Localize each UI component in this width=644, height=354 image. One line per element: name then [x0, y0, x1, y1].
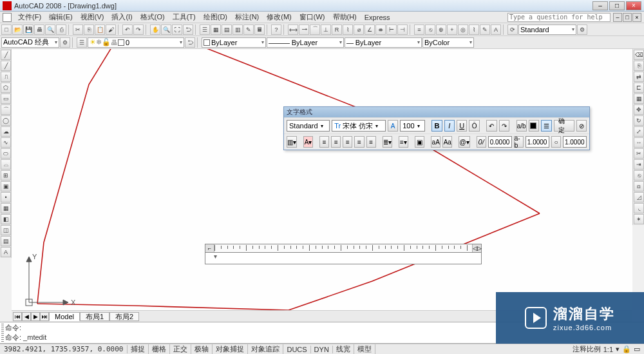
lowercase-icon[interactable]: Aa	[442, 136, 452, 148]
matchprop-icon[interactable]: 🖌	[106, 25, 116, 35]
copy2-icon[interactable]: ⎘	[634, 61, 644, 71]
dc-icon[interactable]: ▦	[211, 25, 221, 35]
markup-icon[interactable]: ✎	[243, 25, 254, 35]
cut-icon[interactable]: ✂	[73, 25, 83, 35]
menu-view[interactable]: 视图(V)	[77, 12, 108, 22]
point-icon[interactable]: •	[1, 192, 11, 202]
otrack-toggle[interactable]: 对象追踪	[248, 344, 283, 354]
block-icon[interactable]: ▣	[1, 181, 11, 192]
dim-ord-icon[interactable]: ⊥	[321, 25, 331, 35]
calc-icon[interactable]: 🖩	[254, 25, 265, 35]
dimstyle-combo[interactable]: Standard▾	[518, 25, 576, 35]
join-icon[interactable]: ⧈	[634, 181, 644, 192]
menu-tools[interactable]: 工具(T)	[169, 12, 200, 22]
linespacing-icon[interactable]: ≣▾	[383, 136, 392, 148]
color-combo[interactable]: ByLayer▾	[202, 37, 266, 48]
text-height-combo[interactable]: 100▾	[400, 120, 425, 132]
gradient-icon[interactable]: ◧	[1, 214, 11, 224]
ruler-toggle-icon[interactable]: ☰	[541, 120, 551, 132]
zoom-rt-icon[interactable]: 🔍	[161, 25, 171, 35]
osnap-toggle[interactable]: 对象捕捉	[213, 344, 248, 354]
dim-linear-icon[interactable]: ⟷	[288, 25, 298, 35]
color-swatch[interactable]	[529, 120, 539, 132]
menu-file[interactable]: 文件(F)	[14, 12, 45, 22]
menu-help[interactable]: 帮助(H)	[329, 12, 361, 22]
ruler-width-icon[interactable]: ◁▷	[472, 244, 481, 252]
undo2-icon[interactable]: ↶	[486, 120, 497, 132]
field-icon[interactable]: ▣	[415, 136, 424, 148]
open-icon[interactable]: 📂	[12, 25, 23, 35]
overline-button[interactable]: Ō	[469, 120, 479, 132]
tab-layout1[interactable]: 布局1	[80, 312, 109, 321]
dim-quick-icon[interactable]: ⩩	[375, 25, 386, 35]
redo-icon[interactable]: ↷	[133, 25, 144, 35]
para-left-icon[interactable]: ≡	[319, 136, 329, 148]
spline-icon[interactable]: ∿	[1, 137, 11, 148]
menu-insert[interactable]: 插入(I)	[108, 12, 136, 22]
para-justify-icon[interactable]: ≡	[354, 136, 364, 148]
center-icon[interactable]: +	[447, 25, 457, 35]
annoscale-value[interactable]: 1:1	[603, 346, 613, 353]
zoom-win-icon[interactable]: ⛶	[172, 25, 182, 35]
ruler-indent-icon[interactable]: ▾	[214, 253, 217, 260]
ssm-icon[interactable]: ▥	[232, 25, 243, 35]
text-format-title[interactable]: 文字格式	[284, 107, 589, 117]
model-toggle[interactable]: 模型	[354, 344, 375, 354]
new-icon[interactable]: □	[1, 25, 12, 35]
stretch-icon[interactable]: ↔	[634, 137, 644, 148]
dimupdate-icon[interactable]: ⟳	[507, 25, 518, 35]
mdi-minimize-button[interactable]: –	[613, 13, 622, 22]
text-format-panel[interactable]: 文字格式 Standard▾ Tr 宋体 仿宋▾ A 100▾ B I U Ō …	[283, 106, 590, 150]
tracking-icon[interactable]: a-b	[514, 136, 524, 148]
tab-prev-icon[interactable]: ◀	[22, 312, 31, 321]
linetype-combo[interactable]: ——— ByLayer▾	[267, 37, 344, 48]
para-center-icon[interactable]: ≡	[331, 136, 341, 148]
mtext-inplace-editor[interactable]: ⌐ ◁▷ ▾	[205, 244, 482, 264]
revcloud-icon[interactable]: ☁	[1, 126, 11, 137]
explode-icon[interactable]: ✶	[634, 214, 644, 224]
ellipse-icon[interactable]: ⬭	[1, 148, 11, 159]
mirror-icon[interactable]: ⇄	[634, 72, 644, 82]
text-font-combo[interactable]: Tr 宋体 仿宋▾	[332, 120, 386, 132]
command-grip-icon[interactable]	[1, 324, 4, 342]
annotative-icon[interactable]: A	[388, 120, 398, 132]
ducs-toggle[interactable]: DUCS	[283, 346, 310, 353]
inspect-icon[interactable]: ◎	[458, 25, 468, 35]
arc-icon[interactable]: ⌒	[1, 104, 11, 115]
widthfactor-icon[interactable]: ○	[551, 136, 561, 148]
numbering-icon[interactable]: ≡▾	[399, 136, 408, 148]
redo2-icon[interactable]: ↷	[499, 120, 509, 132]
extend-icon[interactable]: ⇥	[634, 159, 644, 170]
chamfer-icon[interactable]: ◿	[634, 192, 644, 202]
uppercase-icon[interactable]: aA	[431, 136, 440, 148]
ellipsearc-icon[interactable]: ⌓	[1, 159, 11, 170]
zoom-prev-icon[interactable]: ⮌	[183, 25, 193, 35]
pline-icon[interactable]: ⎍	[1, 72, 11, 82]
array-icon[interactable]: ▦	[634, 93, 644, 104]
paste-icon[interactable]: 📋	[95, 25, 105, 35]
bold-button[interactable]: B	[431, 120, 442, 132]
oblique-icon[interactable]: 0/	[477, 136, 486, 148]
dim-space-icon[interactable]: ≡	[414, 25, 424, 35]
menu-window[interactable]: 窗口(W)	[296, 12, 329, 22]
xline-icon[interactable]: ╱	[1, 61, 11, 71]
scale-icon[interactable]: ⤢	[634, 126, 644, 137]
minimize-button[interactable]: –	[592, 1, 608, 10]
tray-icon[interactable]: ▭	[634, 345, 640, 353]
dim-aligned-icon[interactable]: ⭢	[299, 25, 309, 35]
table-icon[interactable]: ▤	[1, 236, 11, 246]
plotstyle-combo[interactable]: ByColor▾	[422, 37, 474, 48]
tolerance-icon[interactable]: ⊕	[436, 25, 446, 35]
oblique-input[interactable]: 0.0000	[488, 136, 512, 148]
snap-toggle[interactable]: 捕捉	[128, 344, 149, 354]
rotate-icon[interactable]: ↻	[634, 115, 644, 126]
para-right-icon[interactable]: ≡	[343, 136, 352, 148]
tab-first-icon[interactable]: ⏮	[13, 312, 22, 321]
dim-base-icon[interactable]: ⊢	[386, 25, 397, 35]
menu-format[interactable]: 格式(O)	[137, 12, 169, 22]
tab-layout2[interactable]: 布局2	[109, 312, 139, 321]
mtext-icon[interactable]: A	[1, 247, 11, 257]
pan-icon[interactable]: ✋	[150, 25, 160, 35]
help-icon[interactable]: ?	[271, 25, 281, 35]
circle-icon[interactable]: ◯	[1, 115, 11, 126]
